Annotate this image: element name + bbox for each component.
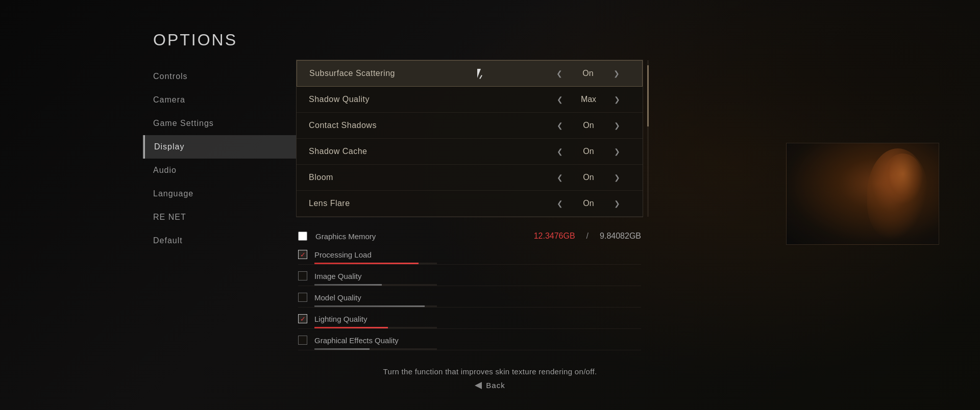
progress-bar-fill-processing-load (314, 263, 419, 264)
checkbox-label-image-quality: Image Quality (314, 272, 641, 280)
sidebar-item-game-settings[interactable]: Game Settings (143, 112, 296, 135)
back-icon (475, 382, 482, 389)
setting-value-lens-flare: On (573, 199, 604, 208)
progress-bar-wrap-graphical-effects-quality (314, 348, 437, 350)
setting-arrow-left-bloom[interactable]: ❮ (547, 173, 573, 182)
page-container: Options ControlsCameraGame SettingsDispl… (0, 0, 980, 410)
sidebar-item-default[interactable]: Default (143, 229, 296, 252)
gfx-section: Graphics Memory 12.3476GB / 9.84082GB ✓P… (296, 227, 643, 352)
checkbox-lighting-quality[interactable]: ✓ (298, 314, 307, 323)
settings-list: Subsurface Scattering❮On❯Shadow Quality❮… (296, 60, 643, 217)
setting-value-bloom: On (573, 173, 604, 182)
content-area: Subsurface Scattering❮On❯Shadow Quality❮… (296, 60, 643, 410)
checkbox-label-model-quality: Model Quality (314, 293, 641, 302)
sidebar-item-re-net[interactable]: RE NET (143, 206, 296, 229)
progress-bar-wrap-lighting-quality (314, 327, 437, 328)
checkbox-processing-load[interactable]: ✓ (298, 250, 307, 259)
setting-name-bloom: Bloom (309, 173, 547, 182)
sidebar-item-controls[interactable]: Controls (143, 65, 296, 88)
setting-name-shadow-quality: Shadow Quality (309, 95, 547, 104)
setting-name-shadow-cache: Shadow Cache (309, 147, 547, 156)
bottom-area: Turn the function that improves skin tex… (0, 367, 980, 390)
progress-bar-wrap-processing-load (314, 263, 437, 264)
setting-arrow-right-bloom[interactable]: ❯ (604, 173, 630, 182)
scrollbar-thumb (647, 65, 649, 126)
setting-arrow-left-shadow-cache[interactable]: ❮ (547, 147, 573, 156)
setting-value-subsurface-scattering: On (573, 69, 603, 78)
checkbox-image-quality[interactable] (298, 271, 307, 280)
setting-arrow-left-subsurface-scattering[interactable]: ❮ (546, 69, 573, 78)
setting-name-subsurface-scattering: Subsurface Scattering (309, 69, 546, 78)
setting-arrow-right-shadow-cache[interactable]: ❯ (604, 147, 630, 156)
progress-bar-fill-graphical-effects-quality (314, 348, 370, 350)
help-text: Turn the function that improves skin tex… (383, 367, 597, 376)
back-label: Back (486, 381, 505, 390)
checkbox-row-processing-load: ✓Processing Load (298, 245, 641, 265)
setting-row-subsurface-scattering: Subsurface Scattering❮On❯ (297, 60, 643, 87)
checkbox-row-image-quality: Image Quality (298, 266, 641, 286)
setting-arrow-left-lens-flare[interactable]: ❮ (547, 199, 573, 208)
setting-row-lens-flare: Lens Flare❮On❯ (297, 191, 643, 217)
sidebar-item-audio[interactable]: Audio (143, 159, 296, 182)
scrollbar-track[interactable] (647, 60, 649, 217)
setting-arrow-right-contact-shadows[interactable]: ❯ (604, 121, 630, 130)
sidebar: ControlsCameraGame SettingsDisplayAudioL… (143, 60, 296, 410)
progress-bar-fill-image-quality (314, 284, 382, 286)
gfx-memory-row: Graphics Memory 12.3476GB / 9.84082GB (298, 227, 641, 245)
progress-bar-wrap-image-quality (314, 284, 437, 286)
page-title: Options (153, 31, 980, 49)
gfx-memory-separator: / (586, 232, 589, 241)
gfx-memory-used: 12.3476GB (534, 232, 575, 241)
setting-value-contact-shadows: On (573, 121, 604, 130)
checkbox-model-quality[interactable] (298, 293, 307, 302)
setting-value-shadow-cache: On (573, 147, 604, 156)
setting-row-shadow-cache: Shadow Cache❮On❯ (297, 139, 643, 165)
setting-name-contact-shadows: Contact Shadows (309, 121, 547, 130)
gfx-memory-label: Graphics Memory (315, 232, 526, 241)
back-button[interactable]: Back (475, 381, 505, 390)
setting-row-shadow-quality: Shadow Quality❮Max❯ (297, 87, 643, 113)
progress-bar-wrap-model-quality (314, 305, 437, 307)
gfx-memory-checkbox[interactable] (298, 232, 307, 241)
sidebar-item-language[interactable]: Language (143, 182, 296, 206)
checkbox-label-graphical-effects-quality: Graphical Effects Quality (314, 336, 641, 345)
checkbox-graphical-effects-quality[interactable] (298, 336, 307, 345)
gfx-memory-total: 9.84082GB (600, 232, 641, 241)
checkbox-row-graphical-effects-quality: Graphical Effects Quality (298, 330, 641, 350)
checkbox-row-lighting-quality: ✓Lighting Quality (298, 309, 641, 329)
checkboxes-list: ✓Processing LoadImage QualityModel Quali… (298, 245, 641, 350)
setting-name-lens-flare: Lens Flare (309, 199, 547, 208)
progress-bar-fill-model-quality (314, 305, 425, 307)
checkbox-row-model-quality: Model Quality (298, 288, 641, 308)
setting-arrow-right-subsurface-scattering[interactable]: ❯ (603, 69, 630, 78)
setting-arrow-right-lens-flare[interactable]: ❯ (604, 199, 630, 208)
header: Options (0, 0, 980, 60)
checkbox-label-processing-load: Processing Load (314, 250, 641, 259)
checkbox-label-lighting-quality: Lighting Quality (314, 315, 641, 323)
sidebar-item-display[interactable]: Display (143, 135, 296, 159)
sidebar-item-camera[interactable]: Camera (143, 88, 296, 112)
setting-row-bloom: Bloom❮On❯ (297, 165, 643, 191)
preview-section (786, 143, 939, 245)
setting-arrow-left-contact-shadows[interactable]: ❮ (547, 121, 573, 130)
preview-image (786, 143, 939, 245)
setting-value-shadow-quality: Max (573, 95, 604, 104)
setting-row-contact-shadows: Contact Shadows❮On❯ (297, 113, 643, 139)
setting-arrow-right-shadow-quality[interactable]: ❯ (604, 95, 630, 104)
progress-bar-fill-lighting-quality (314, 327, 388, 328)
setting-arrow-left-shadow-quality[interactable]: ❮ (547, 95, 573, 104)
